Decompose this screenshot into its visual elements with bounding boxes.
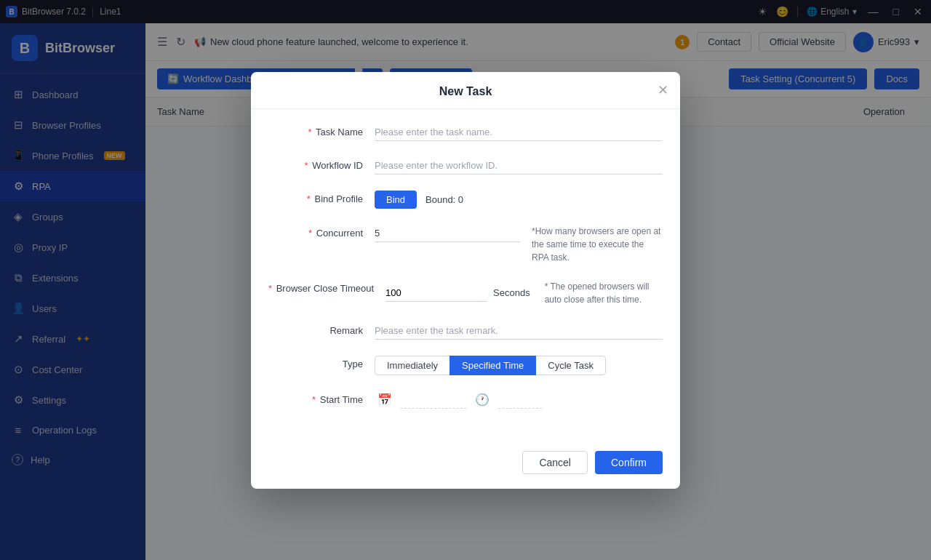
required-star: * [307, 193, 311, 204]
modal-body: * Task Name * Workflow ID [251, 109, 680, 439]
type-cycle-task-button[interactable]: Cycle Task [535, 356, 606, 375]
type-control: Immediately Specified Time Cycle Task [375, 356, 663, 375]
start-time-input[interactable] [498, 391, 542, 409]
type-label-text: Type [343, 359, 363, 369]
task-name-label-text: Task Name [316, 127, 363, 137]
start-time-row: * Start Time 📅 🕐 [268, 391, 663, 409]
new-task-modal: New Task ✕ * Task Name * Workflow ID [251, 72, 680, 489]
task-name-row: * Task Name [268, 124, 663, 141]
timeout-hint: * The opened browsers will auto close af… [545, 280, 663, 306]
start-time-label: * Start Time [268, 391, 363, 405]
remark-label: Remark [268, 322, 363, 336]
required-star: * [312, 394, 316, 405]
bind-profile-label-text: Bind Profile [315, 193, 363, 204]
workflow-id-label: * Workflow ID [268, 157, 363, 171]
workflow-id-input[interactable] [375, 157, 663, 175]
required-star: * [304, 160, 308, 171]
start-time-label-text: Start Time [320, 394, 363, 405]
calendar-icon[interactable]: 📅 [375, 393, 395, 407]
cancel-button[interactable]: Cancel [522, 451, 588, 474]
task-name-label: * Task Name [268, 124, 363, 137]
workflow-id-control [375, 157, 663, 175]
timeout-unit: Seconds [493, 287, 530, 298]
type-label: Type [268, 356, 363, 369]
bind-profile-control: Bind Bound: 0 [375, 191, 663, 209]
remark-input[interactable] [375, 322, 663, 340]
type-buttons: Immediately Specified Time Cycle Task [375, 356, 663, 375]
bound-text: Bound: 0 [425, 194, 463, 205]
concurrent-label-text: Concurrent [316, 228, 363, 239]
timeout-label: * Browser Close Timeout [268, 280, 374, 295]
start-date-input[interactable] [401, 391, 466, 409]
concurrent-input-row: *How many browsers are open at the same … [375, 225, 663, 264]
bind-row: Bind Bound: 0 [375, 191, 663, 209]
starttime-row: 📅 🕐 [375, 391, 663, 409]
bind-button[interactable]: Bind [375, 191, 417, 209]
type-specified-time-button[interactable]: Specified Time [449, 356, 536, 375]
concurrent-row: * Concurrent *How many browsers are open… [268, 225, 663, 264]
task-name-control [375, 124, 663, 141]
remark-control [375, 322, 663, 340]
concurrent-hint: *How many browsers are open at the same … [532, 225, 663, 264]
concurrent-label: * Concurrent [268, 225, 363, 239]
concurrent-control: *How many browsers are open at the same … [375, 225, 663, 264]
required-star: * [308, 127, 312, 137]
task-name-input[interactable] [375, 124, 663, 141]
modal-close-button[interactable]: ✕ [658, 84, 668, 97]
remark-row: Remark [268, 322, 663, 340]
modal-overlay: New Task ✕ * Task Name * Workflow ID [0, 0, 931, 560]
modal-header: New Task ✕ [251, 72, 680, 109]
start-time-control: 📅 🕐 [375, 391, 663, 409]
bind-profile-label: * Bind Profile [268, 191, 363, 204]
timeout-control: Seconds * The opened browsers will auto … [385, 280, 663, 306]
confirm-button[interactable]: Confirm [595, 451, 663, 474]
remark-label-text: Remark [329, 325, 363, 336]
timeout-input[interactable] [385, 284, 487, 302]
concurrent-input[interactable] [375, 225, 520, 242]
bind-profile-row: * Bind Profile Bind Bound: 0 [268, 191, 663, 209]
required-star: * [308, 228, 312, 239]
modal-title: New Task [439, 85, 492, 97]
workflow-id-row: * Workflow ID [268, 157, 663, 175]
clock-icon[interactable]: 🕐 [472, 393, 492, 407]
modal-footer: Cancel Confirm [251, 439, 680, 489]
workflow-id-label-text: Workflow ID [312, 160, 363, 171]
type-row: Type Immediately Specified Time Cycle Ta… [268, 356, 663, 375]
type-immediately-button[interactable]: Immediately [375, 356, 450, 375]
timeout-label-text: Browser Close Timeout [276, 283, 374, 294]
concurrent-input-wrap [375, 225, 520, 242]
required-star: * [268, 283, 272, 294]
timeout-input-row: Seconds * The opened browsers will auto … [385, 280, 663, 306]
timeout-row: * Browser Close Timeout Seconds * The op… [268, 280, 663, 306]
